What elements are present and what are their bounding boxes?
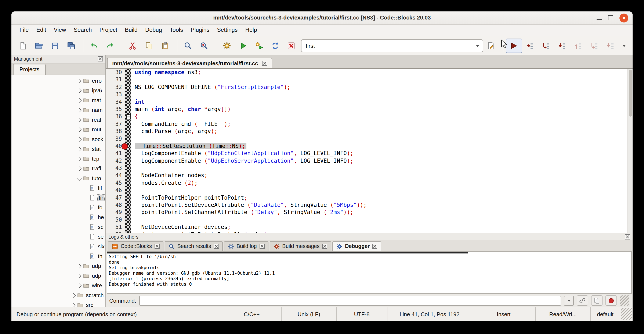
chevron-right-icon[interactable] bbox=[75, 79, 83, 83]
debug-continue-button[interactable] bbox=[506, 39, 522, 53]
line-number[interactable]: 42 bbox=[106, 157, 125, 164]
stop-debugger-button[interactable] bbox=[606, 295, 617, 305]
line-number[interactable]: 34 bbox=[106, 98, 125, 106]
logs-close-icon[interactable] bbox=[625, 234, 630, 239]
code-line-46[interactable]: 46 bbox=[106, 187, 632, 194]
tab-close-icon[interactable] bbox=[214, 244, 219, 249]
open-file-button[interactable] bbox=[31, 39, 47, 53]
tree-item-tcp[interactable]: tcp bbox=[12, 154, 106, 164]
code-line-31[interactable]: 31 bbox=[106, 76, 632, 84]
code-line-35[interactable]: 35main (int argc, char *argv[]) bbox=[106, 106, 632, 113]
tab-close-icon[interactable] bbox=[322, 244, 327, 249]
chevron-right-icon[interactable] bbox=[75, 157, 83, 160]
tab-close-icon[interactable] bbox=[259, 244, 264, 249]
paste-button[interactable] bbox=[157, 39, 173, 53]
tree-item-six[interactable]: six bbox=[12, 242, 106, 251]
line-number[interactable]: 44 bbox=[106, 172, 125, 179]
command-history-dropdown[interactable] bbox=[564, 296, 574, 305]
fold-margin-cell[interactable] bbox=[125, 216, 131, 224]
line-number[interactable]: 45 bbox=[106, 179, 125, 187]
fold-margin-cell[interactable] bbox=[125, 106, 131, 113]
line-number[interactable]: 51 bbox=[106, 223, 125, 231]
fold-margin-cell[interactable] bbox=[125, 120, 131, 128]
code-line-38[interactable]: 38 cmd.Parse (argc, argv); bbox=[106, 128, 632, 135]
code-line-33[interactable]: 33 bbox=[106, 91, 632, 98]
line-number[interactable]: 47 bbox=[106, 194, 125, 201]
line-number[interactable]: 49 bbox=[106, 209, 125, 216]
code-line-50[interactable]: 50 bbox=[106, 216, 632, 224]
tree-item-trafl[interactable]: trafl bbox=[12, 164, 106, 173]
line-number[interactable]: 31 bbox=[106, 76, 125, 84]
code-editor[interactable]: 30using namespace ns3;3132NS_LOG_COMPONE… bbox=[106, 69, 632, 233]
step-into-instruction-button[interactable] bbox=[602, 39, 618, 53]
tree-item-he[interactable]: he bbox=[12, 212, 106, 222]
run-to-cursor-button[interactable] bbox=[522, 39, 538, 53]
code-line-39[interactable]: 39 bbox=[106, 135, 632, 142]
chevron-right-icon[interactable] bbox=[70, 303, 77, 307]
chevron-right-icon[interactable] bbox=[75, 147, 83, 151]
fold-margin-cell[interactable] bbox=[125, 128, 131, 135]
toolbar-overflow-chevron[interactable] bbox=[619, 43, 629, 49]
title-bar[interactable]: mnt/dev/tools/source/ns-3-dev/examples/t… bbox=[12, 12, 632, 25]
chevron-right-icon[interactable] bbox=[75, 108, 83, 112]
code-line-40[interactable]: 40 Time::SetResolution (Time::NS); bbox=[106, 142, 632, 150]
menu-tools[interactable]: Tools bbox=[166, 25, 187, 36]
chevron-right-icon[interactable] bbox=[75, 118, 83, 121]
tree-item-rout[interactable]: rout bbox=[12, 125, 106, 134]
fold-margin-cell[interactable] bbox=[125, 179, 131, 187]
fold-margin-cell[interactable] bbox=[125, 209, 131, 216]
tree-item-th[interactable]: th bbox=[12, 251, 106, 261]
editor-vertical-scrollbar[interactable] bbox=[628, 69, 632, 233]
code-line-34[interactable]: 34int bbox=[106, 98, 632, 106]
tab-search-results[interactable]: Search results bbox=[164, 241, 222, 251]
breakpoint-marker[interactable] bbox=[122, 143, 128, 150]
rebuild-button[interactable] bbox=[267, 39, 283, 53]
fold-margin-cell[interactable] bbox=[125, 69, 131, 76]
tree-item-real[interactable]: real bbox=[12, 115, 106, 125]
line-number[interactable]: 48 bbox=[106, 201, 125, 209]
code-line-41[interactable]: 41 LogComponentEnable ("UdpEchoClientApp… bbox=[106, 150, 632, 157]
fold-margin-cell[interactable] bbox=[125, 172, 131, 179]
editor-tab-close-icon[interactable] bbox=[262, 61, 267, 66]
tree-item-fo[interactable]: fo bbox=[12, 203, 106, 212]
code-line-30[interactable]: 30using namespace ns3; bbox=[106, 69, 632, 76]
editor-tab-first-cc[interactable]: mnt/dev/tools/source/ns-3-dev/examples/t… bbox=[107, 58, 272, 68]
line-number[interactable]: 50 bbox=[106, 216, 125, 224]
scrollbar-thumb[interactable] bbox=[628, 70, 632, 117]
fold-margin-cell[interactable] bbox=[125, 157, 131, 164]
line-number[interactable]: 43 bbox=[106, 164, 125, 172]
command-input[interactable] bbox=[139, 296, 561, 305]
tree-item-ipv6[interactable]: ipv6 bbox=[12, 86, 106, 95]
next-instruction-button[interactable] bbox=[586, 39, 602, 53]
search-combo-input[interactable] bbox=[305, 42, 476, 49]
code-line-36[interactable]: 36{ bbox=[106, 113, 632, 120]
tab-close-icon[interactable] bbox=[154, 244, 160, 249]
tree-item-stat[interactable]: stat bbox=[12, 144, 106, 154]
menu-search[interactable]: Search bbox=[70, 25, 96, 36]
search-combo[interactable] bbox=[301, 40, 483, 52]
tree-item-scratch[interactable]: scratch bbox=[12, 290, 106, 300]
resize-grip[interactable] bbox=[620, 295, 629, 305]
tree-item-fir[interactable]: fir bbox=[12, 193, 106, 203]
line-number[interactable]: 35 bbox=[106, 106, 125, 113]
menu-edit[interactable]: Edit bbox=[32, 25, 50, 36]
code-line-51[interactable]: 51 NetDeviceContainer devices; bbox=[106, 223, 632, 231]
tab-code-blocks[interactable]: Code::Blocks bbox=[108, 241, 163, 251]
step-out-button[interactable] bbox=[570, 39, 586, 53]
menu-view[interactable]: View bbox=[50, 25, 70, 36]
code-line-47[interactable]: 47 PointToPointHelper pointToPoint; bbox=[106, 194, 632, 201]
line-number[interactable]: 38 bbox=[106, 128, 125, 135]
save-all-button[interactable] bbox=[63, 39, 79, 53]
tree-item-udp[interactable]: udp bbox=[12, 261, 106, 271]
new-file-button[interactable] bbox=[15, 39, 31, 53]
tab-projects[interactable]: Projects bbox=[13, 64, 46, 75]
tree-item-wire[interactable]: wire bbox=[12, 281, 106, 290]
menu-plugins[interactable]: Plugins bbox=[187, 25, 213, 36]
code-line-52[interactable]: 52 devices = pointToPoint.Install (nodes… bbox=[106, 231, 632, 233]
code-area[interactable]: 30using namespace ns3;3132NS_LOG_COMPONE… bbox=[106, 69, 632, 233]
tree-item-sock[interactable]: sock bbox=[12, 134, 106, 144]
line-number[interactable]: 52 bbox=[106, 231, 125, 233]
code-line-32[interactable]: 32NS_LOG_COMPONENT_DEFINE ("FirstScriptE… bbox=[106, 84, 632, 91]
run-button[interactable] bbox=[235, 39, 251, 53]
chevron-right-icon[interactable] bbox=[75, 274, 83, 277]
